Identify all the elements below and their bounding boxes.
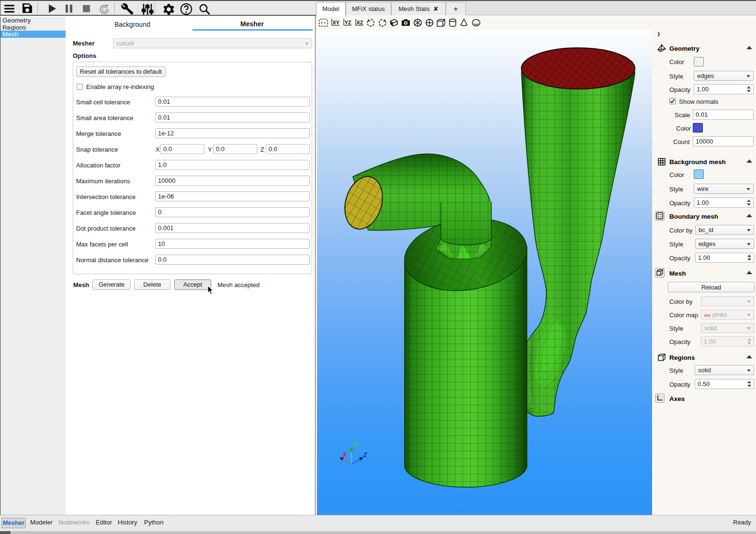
svg-text:Z: Z bbox=[363, 452, 367, 458]
svg-text:X: X bbox=[342, 451, 347, 458]
svg-text:XY: XY bbox=[333, 20, 340, 25]
svg-text:YZ: YZ bbox=[345, 20, 351, 25]
svg-text:XZ: XZ bbox=[357, 20, 363, 25]
svg-text:Y: Y bbox=[353, 442, 358, 449]
